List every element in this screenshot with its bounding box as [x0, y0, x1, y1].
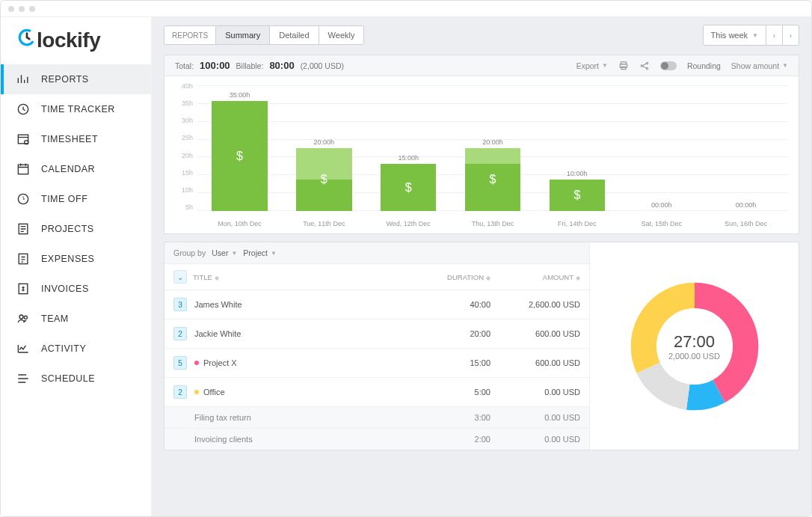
sidebar-item-invoices[interactable]: INVOICES: [1, 274, 151, 304]
traffic-min-icon[interactable]: [19, 6, 25, 12]
bar-4[interactable]: 10:00h$: [535, 85, 619, 211]
table-row[interactable]: 2Office5:000.00 USD: [164, 378, 589, 407]
time-off-icon: [16, 192, 31, 207]
row-amount: 0.00 USD: [490, 413, 580, 422]
nav-label: INVOICES: [41, 284, 89, 294]
svg-point-15: [646, 62, 648, 64]
bar-2[interactable]: 15:00h$: [366, 85, 451, 211]
count-badge: 2: [173, 327, 187, 340]
sort-icon: ◆: [215, 275, 219, 281]
bar-6[interactable]: 00:00h: [704, 85, 788, 211]
topbar: REPORTS SummaryDetailedWeekly This week …: [152, 17, 811, 50]
bar-label: 10:00h: [567, 170, 588, 177]
sidebar-item-timesheet[interactable]: TIMESHEET: [1, 124, 151, 154]
row-duration: 3:00: [416, 413, 490, 422]
titlebar: [1, 1, 811, 17]
tab-weekly[interactable]: Weekly: [319, 26, 364, 44]
x-label: Mon, 10th Dec: [197, 220, 282, 227]
row-title: Invoicing clients: [194, 435, 253, 444]
svg-rect-4: [18, 165, 28, 174]
collapse-all-button[interactable]: ⌄: [173, 270, 187, 284]
traffic-close-icon[interactable]: [8, 6, 14, 12]
row-amount: 2,600.00 USD: [490, 300, 580, 309]
table-subrow[interactable]: Invoicing clients2:000.00 USD: [164, 429, 589, 450]
timesheet-icon: [16, 132, 31, 147]
x-label: Sun, 16th Dec: [704, 220, 788, 227]
billable-label: Billable:: [236, 61, 264, 70]
row-duration: 5:00: [416, 388, 490, 397]
x-label: Fri, 14th Dec: [535, 220, 619, 227]
svg-point-9: [19, 315, 23, 319]
col-duration[interactable]: DURATION: [447, 273, 484, 281]
bar-5[interactable]: 00:00h: [619, 85, 704, 211]
rounding-toggle[interactable]: [660, 61, 677, 70]
row-title: Filing tax return: [194, 413, 251, 422]
dollar-icon: $: [573, 189, 580, 202]
groupby-user-dropdown[interactable]: User ▼: [212, 248, 237, 257]
donut-time: 27:00: [674, 332, 715, 352]
svg-rect-2: [18, 135, 28, 144]
donut-chart: 27:00 2,000.00 USD: [589, 242, 799, 450]
sidebar-item-schedule[interactable]: SCHEDULE: [1, 364, 151, 394]
tabs-label: REPORTS: [164, 27, 216, 44]
logo[interactable]: lockify: [1, 17, 151, 64]
table-subrow[interactable]: Filing tax return3:000.00 USD: [164, 407, 589, 429]
groupby-project-dropdown[interactable]: Project ▼: [243, 248, 277, 257]
row-duration: 20:00: [416, 329, 490, 338]
dollar-icon: $: [321, 173, 327, 186]
count-badge: 5: [173, 356, 187, 370]
logo-icon: [17, 28, 37, 52]
tab-detailed[interactable]: Detailed: [270, 26, 319, 44]
bar-3[interactable]: 20:00h$: [451, 85, 535, 211]
team-icon: [16, 311, 31, 326]
dollar-icon: $: [405, 181, 412, 195]
chevron-down-icon: ▼: [752, 32, 758, 39]
tab-summary[interactable]: Summary: [216, 26, 270, 44]
sidebar-item-reports[interactable]: REPORTS: [1, 64, 151, 94]
row-duration: 15:00: [416, 358, 490, 367]
total-value: 100:00: [200, 60, 230, 71]
print-button[interactable]: [618, 61, 629, 71]
col-amount[interactable]: AMOUNT: [543, 273, 573, 281]
date-range-label: This week: [711, 31, 748, 40]
svg-point-16: [646, 67, 648, 69]
table-row[interactable]: 5Project X15:00600.00 USD: [164, 349, 589, 378]
svg-point-10: [24, 316, 27, 319]
show-amount-button[interactable]: Show amount ▼: [731, 61, 788, 70]
schedule-icon: [16, 371, 31, 386]
app-window: lockify REPORTSTIME TRACKERTIMESHEETCALE…: [0, 0, 812, 517]
table-row[interactable]: 2Jackie White20:00600.00 USD: [164, 319, 589, 349]
nav-label: SCHEDULE: [41, 373, 95, 384]
sidebar-item-activity[interactable]: ACTIVITY: [1, 334, 151, 364]
count-badge: 3: [173, 298, 187, 311]
projects-icon: [16, 221, 31, 236]
row-title: Office: [203, 388, 225, 397]
sidebar-item-time-off[interactable]: TIME OFF: [1, 184, 151, 214]
sidebar-item-projects[interactable]: PROJECTS: [1, 214, 151, 244]
project-dot-icon: [194, 390, 199, 394]
col-title[interactable]: TITLE: [193, 273, 212, 281]
summary-panel: Total: 100:00 Billable: 80:00 (2,000 USD…: [164, 55, 799, 234]
sidebar-item-team[interactable]: TEAM: [1, 304, 151, 334]
x-label: Thu, 13th Dec: [451, 220, 535, 227]
x-label: Tue, 11th Dec: [282, 220, 366, 227]
nav-label: TEAM: [41, 313, 69, 324]
prev-week-button[interactable]: ‹: [766, 25, 782, 45]
table-row[interactable]: 3James White40:002,600.00 USD: [164, 290, 589, 319]
bar-chart-icon: [16, 72, 31, 87]
nav-label: EXPENSES: [41, 254, 94, 264]
export-button[interactable]: Export ▼: [576, 61, 608, 70]
share-button[interactable]: [639, 61, 650, 71]
next-week-button[interactable]: ›: [782, 25, 799, 45]
activity-icon: [16, 341, 31, 356]
date-range-selector[interactable]: This week ▼ ‹ ›: [703, 25, 799, 46]
row-title: James White: [194, 300, 242, 309]
bar-1[interactable]: 20:00h$: [282, 85, 366, 211]
bar-0[interactable]: 35:00h$: [197, 85, 282, 211]
row-amount: 0.00 USD: [490, 435, 580, 444]
sidebar-item-calendar[interactable]: CALENDAR: [1, 154, 151, 184]
project-dot-icon: [194, 361, 199, 365]
sidebar-item-expenses[interactable]: EXPENSES: [1, 244, 151, 274]
traffic-max-icon[interactable]: [29, 6, 35, 12]
sidebar-item-time-tracker[interactable]: TIME TRACKER: [1, 94, 151, 124]
